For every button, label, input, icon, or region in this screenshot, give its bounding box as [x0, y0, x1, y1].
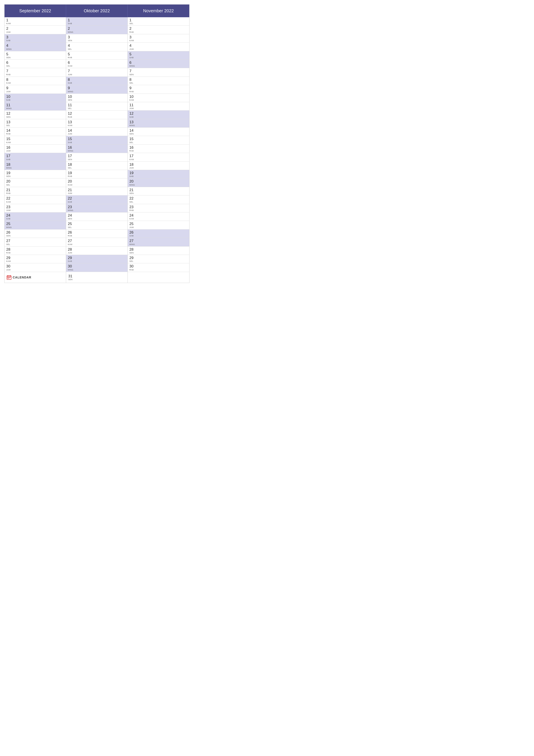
- day-cell-m0-d7: 7RAB: [5, 68, 66, 76]
- day-cell-m1-d21: 21JUM: [66, 187, 128, 196]
- day-name: MING: [6, 107, 64, 109]
- day-name: MING: [6, 226, 64, 229]
- day-cell-m1-d3: 3SEN: [66, 34, 128, 43]
- day-cell-m2-d20: 20MING: [128, 178, 189, 187]
- day-cell-m2-d26: 26SAB: [128, 230, 189, 238]
- day-name: JUM: [68, 252, 126, 254]
- day-cell-m0-d30: 30JUM: [5, 263, 66, 272]
- day-cell-m2-d6: 6MING: [128, 60, 189, 68]
- day-name: RAB: [6, 73, 64, 76]
- day-cell-m2-d4: 4JUM: [128, 43, 189, 51]
- day-cell-m2-d30: 30RAB: [128, 263, 189, 272]
- day-cell-m2-d7: 7SEN: [128, 68, 189, 76]
- day-cell-m1-d14: 14JUM: [66, 127, 128, 136]
- day-name: SEN: [6, 175, 64, 177]
- day-number: 27: [6, 239, 64, 243]
- day-name: RAB: [6, 133, 64, 135]
- day-cell-m0-d6: 6SEL: [5, 60, 66, 68]
- day-name: JUM: [68, 133, 126, 135]
- day-cell-m2-d23: 23RAB: [128, 204, 189, 212]
- calendar-row-14: 14RAB14JUM14SEN: [5, 127, 189, 136]
- day-cell-m1-d9: 9MING: [66, 85, 128, 94]
- day-name: JUM: [129, 167, 188, 169]
- day-cell-m0-d24: 24SAB: [5, 212, 66, 221]
- calendar-icon: [7, 275, 12, 280]
- calendar-row-9: 9JUM9MING9RAB: [5, 85, 189, 94]
- day-cell-m2-d29: 29SEL: [128, 255, 189, 263]
- calendar-row-1: 1KAM1SAB1SEL: [5, 17, 189, 26]
- day-name: SEN: [129, 133, 188, 135]
- day-cell-m0-d19: 19SEN: [5, 170, 66, 178]
- day-number: 14: [68, 128, 126, 133]
- day-name: JUM: [6, 209, 64, 211]
- day-name: RAB: [68, 235, 126, 237]
- day-cell-m1-d11: 11SEL: [66, 102, 128, 111]
- calendar-row-18: 18MING18SEL18JUM: [5, 162, 189, 170]
- day-number: 27: [129, 239, 188, 243]
- day-name: JUM: [68, 73, 126, 76]
- day-number: 11: [129, 103, 188, 107]
- day-cell-m1-d27: 27KAM: [66, 238, 128, 246]
- day-name: KAM: [129, 99, 188, 101]
- day-number: 9: [129, 86, 188, 90]
- day-cell-m1-d25: 25SEL: [66, 221, 128, 229]
- day-number: 5: [129, 52, 188, 56]
- day-name: SEL: [129, 82, 188, 84]
- day-cell-m2-d8: 8SEL: [128, 77, 189, 85]
- day-cell-m1-d6: 6KAM: [66, 60, 128, 68]
- calendar-logo: CALENDAR: [7, 275, 32, 280]
- calendar-row-25: 25MING25SEL25JUM: [5, 221, 189, 229]
- day-number: 26: [6, 230, 64, 235]
- day-cell-m1-d20: 20KAM: [66, 178, 128, 187]
- day-number: 10: [129, 94, 188, 99]
- day-cell-m0-d14: 14RAB: [5, 127, 66, 136]
- day-cell-m1-d23: 23MING: [66, 204, 128, 212]
- day-name: SEN: [68, 99, 126, 101]
- day-cell-m0-d12: 12SEN: [5, 111, 66, 119]
- calendar-row-4: 4MING4SEL4JUM: [5, 43, 189, 51]
- day-cell-m2-d24: 24KAM: [128, 212, 189, 221]
- day-number: 8: [6, 78, 64, 82]
- day-cell-m0-d9: 9JUM: [5, 85, 66, 94]
- day-number: 16: [129, 146, 188, 150]
- day-name: SAB: [6, 40, 64, 41]
- day-cell-m2-d27: 27MING: [128, 238, 189, 246]
- day-name: RAB: [68, 175, 126, 177]
- day-cell-m0-d2: 2JUM: [5, 26, 66, 34]
- day-name: SEL: [129, 260, 188, 262]
- day-cell-m0-d20: 20SEL: [5, 178, 66, 187]
- day-name: SAB: [129, 235, 188, 237]
- day-name: SAB: [129, 175, 188, 177]
- calendar-row-6: 6SEL6KAM6MING: [5, 60, 189, 68]
- day-name: KAM: [68, 243, 126, 245]
- day-cell-m2-d21: 21SEN: [128, 187, 189, 196]
- day-number: 15: [6, 137, 64, 141]
- day-name: KAM: [129, 158, 188, 161]
- day-cell-m0-d25: 25MING: [5, 221, 66, 229]
- day-cell-m1-d12: 12RAB: [66, 111, 128, 119]
- month-header-oct: Oktober 2022: [66, 5, 128, 17]
- day-number: 17: [6, 154, 64, 158]
- day-name: MING: [129, 65, 188, 67]
- day-cell-m0-d28: 28RAB: [5, 247, 66, 255]
- calendar-row-20: 20SEL20KAM20MING: [5, 178, 189, 187]
- day-cell-m1-d4: 4SEL: [66, 43, 128, 51]
- day-name: JUM: [6, 150, 64, 152]
- day-cell-m1-d24: 24SEN: [66, 212, 128, 221]
- day-cell-m2-d15: 15SEL: [128, 136, 189, 145]
- day-number: 18: [6, 162, 64, 167]
- day-name: SAB: [68, 201, 126, 203]
- day-number: 10: [6, 94, 64, 99]
- day-cell-m1-d8: 8SAB: [66, 77, 128, 85]
- day-cell-m1-d2: 2MING: [66, 26, 128, 34]
- svg-rect-5: [9, 277, 9, 278]
- day-number: 21: [6, 188, 64, 192]
- day-number: 27: [68, 239, 126, 243]
- day-number: 24: [129, 213, 188, 218]
- day-name: JUM: [129, 107, 188, 109]
- day-cell-m0-d27: 27SEL: [5, 238, 66, 246]
- day-cell-m2-d17: 17KAM: [128, 153, 189, 161]
- day-name: JUM: [6, 269, 64, 271]
- footer-oct-extra: 31 SEN: [66, 272, 128, 283]
- day-cell-m0-d26: 26SEN: [5, 230, 66, 238]
